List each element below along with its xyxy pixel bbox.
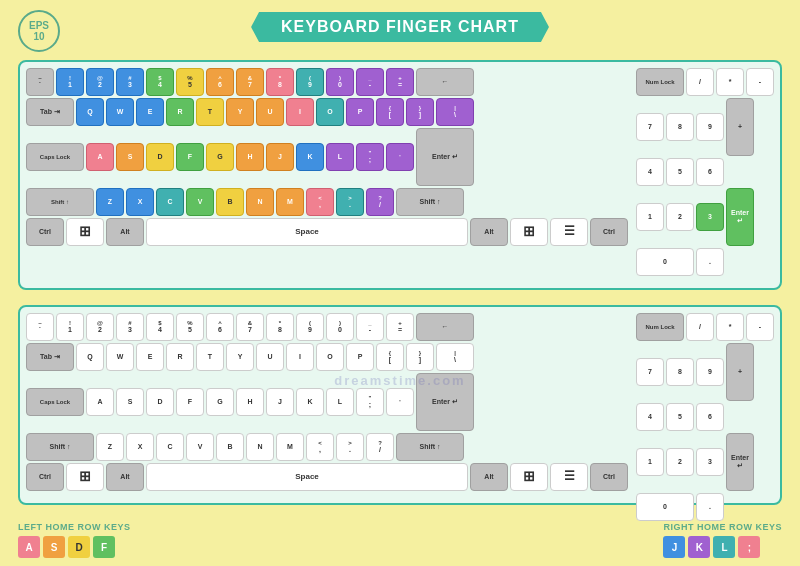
key-g-c[interactable]: G — [206, 143, 234, 171]
key-r-w[interactable]: R — [166, 343, 194, 371]
key-num7-w[interactable]: 7 — [636, 358, 664, 386]
key-g-w[interactable]: G — [206, 388, 234, 416]
key-num6-c[interactable]: 6 — [696, 158, 724, 186]
key-n-w[interactable]: N — [246, 433, 274, 461]
key-space-w[interactable]: Space — [146, 463, 468, 491]
key-p-w[interactable]: P — [346, 343, 374, 371]
key-numsub-c[interactable]: - — [746, 68, 774, 96]
key-lwin-c[interactable]: ⊞ — [66, 218, 104, 246]
key-s-c[interactable]: S — [116, 143, 144, 171]
key-3-c[interactable]: #3 — [116, 68, 144, 96]
key-2-c[interactable]: @2 — [86, 68, 114, 96]
key-capslock-w[interactable]: Caps Lock — [26, 388, 84, 416]
key-lbracket-w[interactable]: {[ — [376, 343, 404, 371]
key-rbracket-c[interactable]: }] — [406, 98, 434, 126]
key-period-w[interactable]: >. — [336, 433, 364, 461]
key-lwin-w[interactable]: ⊞ — [66, 463, 104, 491]
key-num1-w[interactable]: 1 — [636, 448, 664, 476]
key-num2-w[interactable]: 2 — [666, 448, 694, 476]
key-tab-w[interactable]: Tab ⇥ — [26, 343, 74, 371]
key-7-c[interactable]: &7 — [236, 68, 264, 96]
key-o-w[interactable]: O — [316, 343, 344, 371]
key-s-w[interactable]: S — [116, 388, 144, 416]
key-w-w[interactable]: W — [106, 343, 134, 371]
key-l-w[interactable]: L — [326, 388, 354, 416]
key-comma-c[interactable]: <, — [306, 188, 334, 216]
key-d-w[interactable]: D — [146, 388, 174, 416]
key-lbracket-c[interactable]: {[ — [376, 98, 404, 126]
key-num5-w[interactable]: 5 — [666, 403, 694, 431]
key-rshift-c[interactable]: Shift ↑ — [396, 188, 464, 216]
key-rshift-w[interactable]: Shift ↑ — [396, 433, 464, 461]
key-menu-w[interactable]: ☰ — [550, 463, 588, 491]
key-capslock-c[interactable]: Caps Lock — [26, 143, 84, 171]
key-a-w[interactable]: A — [86, 388, 114, 416]
key-a-c[interactable]: A — [86, 143, 114, 171]
key-6-w[interactable]: ^6 — [206, 313, 234, 341]
key-semicolon-w[interactable]: "; — [356, 388, 384, 416]
key-h-c[interactable]: H — [236, 143, 264, 171]
key-6-c[interactable]: ^6 — [206, 68, 234, 96]
key-equal-c[interactable]: += — [386, 68, 414, 96]
key-lctrl-c[interactable]: Ctrl — [26, 218, 64, 246]
key-num3-w[interactable]: 3 — [696, 448, 724, 476]
key-nummul-c[interactable]: * — [716, 68, 744, 96]
key-i-w[interactable]: I — [286, 343, 314, 371]
key-enter-w[interactable]: Enter ↵ — [416, 373, 474, 431]
key-minus-w[interactable]: _- — [356, 313, 384, 341]
key-rwin-w[interactable]: ⊞ — [510, 463, 548, 491]
key-c-c[interactable]: C — [156, 188, 184, 216]
key-2-w[interactable]: @2 — [86, 313, 114, 341]
key-lshift-c[interactable]: Shift ↑ — [26, 188, 94, 216]
key-v-c[interactable]: V — [186, 188, 214, 216]
key-backslash-w[interactable]: |\ — [436, 343, 474, 371]
key-q-c[interactable]: Q — [76, 98, 104, 126]
key-v-w[interactable]: V — [186, 433, 214, 461]
key-f-c[interactable]: F — [176, 143, 204, 171]
key-enter-c[interactable]: Enter ↵ — [416, 128, 474, 186]
key-numdot-w[interactable]: . — [696, 493, 724, 521]
key-comma-w[interactable]: <, — [306, 433, 334, 461]
key-b-w[interactable]: B — [216, 433, 244, 461]
key-k-w[interactable]: K — [296, 388, 324, 416]
key-lshift-w[interactable]: Shift ↑ — [26, 433, 94, 461]
key-quote-c[interactable]: ' — [386, 143, 414, 171]
key-m-w[interactable]: M — [276, 433, 304, 461]
key-numenter-w[interactable]: Enter ↵ — [726, 433, 754, 491]
key-c-w[interactable]: C — [156, 433, 184, 461]
key-backslash-c[interactable]: |\ — [436, 98, 474, 126]
key-r-c[interactable]: R — [166, 98, 194, 126]
key-num3-c[interactable]: 3 — [696, 203, 724, 231]
key-7-w[interactable]: &7 — [236, 313, 264, 341]
key-numenter-c[interactable]: Enter ↵ — [726, 188, 754, 246]
key-num4-c[interactable]: 4 — [636, 158, 664, 186]
key-p-c[interactable]: P — [346, 98, 374, 126]
key-9-w[interactable]: (9 — [296, 313, 324, 341]
key-t-w[interactable]: T — [196, 343, 224, 371]
key-backtick-w[interactable]: ~` — [26, 313, 54, 341]
key-lctrl-w[interactable]: Ctrl — [26, 463, 64, 491]
key-backspace-c[interactable]: ← — [416, 68, 474, 96]
key-num9-w[interactable]: 9 — [696, 358, 724, 386]
key-semicolon-c[interactable]: "; — [356, 143, 384, 171]
key-rctrl-w[interactable]: Ctrl — [590, 463, 628, 491]
key-b-c[interactable]: B — [216, 188, 244, 216]
key-9-c[interactable]: (9 — [296, 68, 324, 96]
key-m-c[interactable]: M — [276, 188, 304, 216]
key-period-c[interactable]: >. — [336, 188, 364, 216]
key-y-c[interactable]: Y — [226, 98, 254, 126]
key-numadd-w[interactable]: + — [726, 343, 754, 401]
key-d-c[interactable]: D — [146, 143, 174, 171]
key-e-w[interactable]: E — [136, 343, 164, 371]
key-l-c[interactable]: L — [326, 143, 354, 171]
key-0-w[interactable]: )0 — [326, 313, 354, 341]
key-space-c[interactable]: Space — [146, 218, 468, 246]
key-tab-c[interactable]: Tab ⇥ — [26, 98, 74, 126]
key-u-w[interactable]: U — [256, 343, 284, 371]
key-z-w[interactable]: Z — [96, 433, 124, 461]
key-num7-c[interactable]: 7 — [636, 113, 664, 141]
key-numlock-w[interactable]: Num Lock — [636, 313, 684, 341]
key-numdiv-c[interactable]: / — [686, 68, 714, 96]
key-num9-c[interactable]: 9 — [696, 113, 724, 141]
key-h-w[interactable]: H — [236, 388, 264, 416]
